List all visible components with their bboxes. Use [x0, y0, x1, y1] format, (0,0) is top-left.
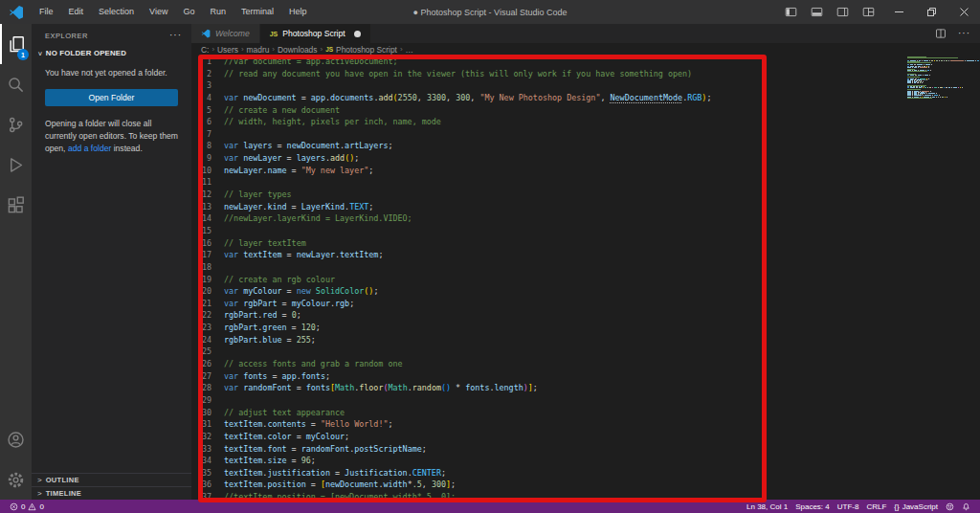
code-line: 18: [191, 261, 980, 274]
menu-file[interactable]: File: [32, 0, 61, 24]
tab-welcome[interactable]: Welcome: [191, 24, 260, 43]
code-lines: 1//var document = app.activeDocument;2//…: [191, 56, 980, 500]
eol-setting[interactable]: CRLF: [862, 500, 890, 513]
code-line: 8var layers = newDocument.artLayers;: [191, 140, 980, 152]
breadcrumb-drive[interactable]: C:: [201, 45, 209, 55]
accounts-icon[interactable]: [0, 419, 32, 459]
code-line: 35textItem.justification = Justification…: [191, 467, 980, 480]
warning-icon: [28, 502, 36, 511]
status-bar: 0 0 Ln 38, Col 1 Spaces: 4 UTF-8 CRLF {}…: [0, 500, 980, 513]
code-line: 9var newLayer = layers.add();: [191, 152, 980, 165]
timeline-section-header[interactable]: > TIMELINE: [32, 486, 191, 500]
breadcrumb-user[interactable]: madru: [247, 45, 270, 55]
code-line: 16// layer textItem: [191, 237, 980, 250]
chevron-right-icon: >: [37, 476, 42, 484]
search-icon[interactable]: [0, 64, 32, 104]
breadcrumb-symbol[interactable]: …: [406, 45, 413, 55]
code-line: 21var rgbPart = myColour.rgb;: [191, 298, 980, 310]
menu-view[interactable]: View: [142, 0, 175, 24]
code-line: 17var textItem = newLayer.textItem;: [191, 249, 980, 261]
sidebar-more-actions-icon[interactable]: ···: [169, 33, 182, 38]
breadcrumb: C: › Users › madru › Downloads › JS Phot…: [191, 43, 980, 56]
restore-button[interactable]: [915, 0, 947, 24]
open-folder-button[interactable]: Open Folder: [45, 89, 178, 106]
feedback-icon[interactable]: [942, 500, 958, 513]
notifications-bell-icon[interactable]: [958, 500, 974, 513]
settings-gear-icon[interactable]: [0, 459, 32, 500]
toggle-secondary-sidebar-icon[interactable]: [836, 6, 849, 18]
code-line: 2// read any document you have open in t…: [191, 68, 980, 80]
code-line: 31textItem.contents = "Hello World!";: [191, 418, 980, 431]
window-controls: [882, 0, 980, 24]
minimap[interactable]: [907, 56, 965, 99]
vscode-logo-icon: [201, 29, 211, 38]
minimize-button[interactable]: [882, 0, 915, 24]
encoding-setting[interactable]: UTF-8: [834, 500, 863, 513]
close-button[interactable]: [947, 0, 980, 24]
outline-section-header[interactable]: > OUTLINE: [32, 473, 191, 486]
title-bar: File Edit Selection View Go Run Terminal…: [0, 0, 980, 24]
source-control-icon[interactable]: [0, 104, 32, 145]
code-line: 5// create a new document: [191, 104, 980, 117]
code-line: 11: [191, 176, 980, 189]
no-folder-opened-section-header[interactable]: ∨ NO FOLDER OPENED: [32, 47, 191, 61]
customize-layout-icon[interactable]: [862, 6, 875, 18]
code-line: 36textItem.position = [newDocument.width…: [191, 479, 980, 491]
code-line: 34textItem.size = 96;: [191, 455, 980, 467]
more-actions-icon[interactable]: ···: [958, 32, 970, 35]
extensions-icon[interactable]: [0, 185, 32, 225]
activity-bar: 1: [0, 24, 32, 500]
language-mode[interactable]: {}JavaScript: [890, 500, 942, 513]
menu-run[interactable]: Run: [202, 0, 234, 24]
code-line: 14//newLayer.layerKind = LayerKind.VIDEO…: [191, 212, 980, 225]
code-line: 22rgbPart.red = 0;: [191, 309, 980, 322]
error-icon: [10, 502, 18, 511]
code-line: 32textItem.color = myColour;: [191, 431, 980, 443]
code-line: 37//textItem.position = [newDocument.wid…: [191, 491, 980, 500]
unsaved-changes-dot[interactable]: [354, 31, 361, 37]
split-editor-icon[interactable]: [935, 28, 947, 39]
explorer-sidebar: EXPLORER ··· ∨ NO FOLDER OPENED You have…: [32, 24, 191, 500]
menu-terminal[interactable]: Terminal: [234, 0, 281, 24]
vscode-logo-icon: [9, 5, 24, 20]
toggle-panel-icon[interactable]: [811, 6, 823, 18]
menu-help[interactable]: Help: [281, 0, 315, 24]
no-folder-message: You have not yet opened a folder.: [45, 67, 178, 79]
explorer-icon[interactable]: 1: [0, 24, 32, 64]
breadcrumb-downloads[interactable]: Downloads: [278, 45, 317, 55]
breadcrumb-file[interactable]: Photoshop Script: [336, 45, 397, 55]
editor-scrollbar[interactable]: [967, 56, 980, 500]
code-line: 7: [191, 128, 980, 141]
run-and-debug-icon[interactable]: [0, 145, 32, 185]
editor-group: Welcome JS Photoshop Script ··· C: › Use…: [191, 24, 980, 500]
indentation-setting[interactable]: Spaces: 4: [791, 500, 834, 513]
code-line: 19// create an rgb colour: [191, 274, 980, 286]
open-folder-note: Opening a folder will close all currentl…: [45, 118, 178, 155]
breadcrumb-users[interactable]: Users: [217, 45, 238, 55]
chevron-right-icon: ›: [272, 45, 275, 54]
code-line: 23rgbPart.green = 120;: [191, 322, 980, 334]
chevron-right-icon: ›: [241, 45, 244, 54]
code-line: 25: [191, 346, 980, 358]
tab-photoshop-script[interactable]: JS Photoshop Script: [260, 24, 370, 43]
menu-edit[interactable]: Edit: [61, 0, 92, 24]
menu-go[interactable]: Go: [175, 0, 202, 24]
chevron-right-icon: ›: [212, 45, 214, 54]
code-line: 13newLayer.kind = LayerKind.TEXT;: [191, 201, 980, 213]
code-editor[interactable]: 1//var document = app.activeDocument;2//…: [191, 56, 980, 500]
add-a-folder-link[interactable]: add a folder: [68, 144, 111, 153]
code-line: 24rgbPart.blue = 255;: [191, 334, 980, 346]
code-line: 26// access fonts and grab a random one: [191, 358, 980, 370]
cursor-position[interactable]: Ln 38, Col 1: [743, 500, 791, 513]
code-line: 12// layer types: [191, 189, 980, 201]
toggle-sidebar-icon[interactable]: [785, 6, 797, 18]
code-line: 15: [191, 225, 980, 237]
code-line: 3: [191, 79, 980, 92]
menu-selection[interactable]: Selection: [91, 0, 142, 24]
problems-indicator[interactable]: 0 0: [6, 500, 48, 513]
code-line: 30// adjust text appearance: [191, 407, 980, 419]
javascript-file-icon: JS: [325, 46, 333, 53]
code-line: 29: [191, 394, 980, 407]
chevron-right-icon: ›: [400, 45, 403, 54]
code-line: 1//var document = app.activeDocument;: [191, 56, 980, 68]
